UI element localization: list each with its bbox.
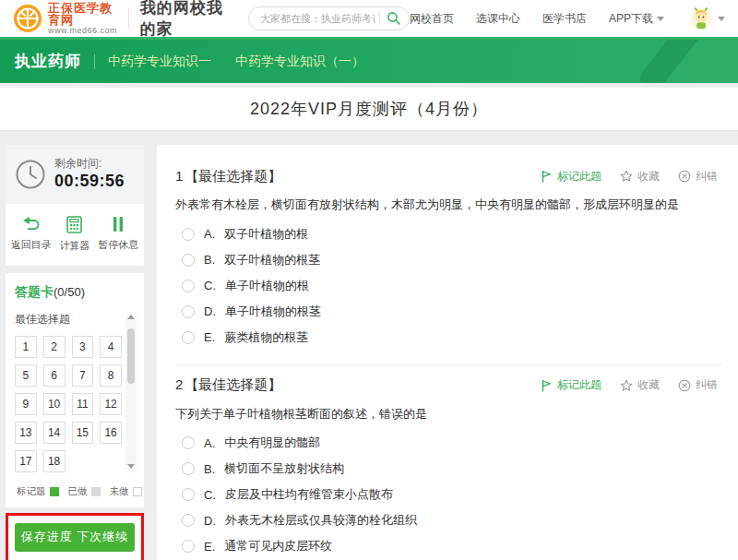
scrollbar-thumb[interactable] [127, 328, 135, 384]
annotation-highlight-box: 保存进度 下次继续 直接交卷 [6, 513, 144, 560]
question-number-grid: 123456789101112131415161718 [15, 336, 122, 472]
questions-panel: 1【最佳选择题】 标记此题 收藏 [157, 145, 738, 560]
question-number-button[interactable]: 9 [15, 393, 37, 415]
error-circle-icon [678, 170, 691, 183]
radio-button[interactable] [182, 436, 195, 449]
question-number-button[interactable]: 18 [43, 450, 65, 472]
answer-option[interactable]: D. 单子叶植物的根茎 [182, 304, 721, 320]
question-number-button[interactable]: 8 [100, 364, 122, 387]
site-logo[interactable]: 正保医学教育网 www.med66.com [13, 2, 117, 36]
question-number-button[interactable]: 17 [15, 450, 37, 472]
nav-link[interactable]: APP下载 [609, 11, 664, 27]
breadcrumb-paper[interactable]: 中药学专业知识（一） [235, 54, 364, 70]
calculator-icon [66, 216, 82, 233]
scroll-up-button[interactable] [125, 312, 137, 323]
save-progress-button[interactable]: 保存进度 下次继续 [15, 523, 135, 552]
question-number-button[interactable]: 13 [15, 422, 37, 444]
mark-question-button[interactable]: 标记此题 [541, 377, 601, 393]
radio-button[interactable] [182, 254, 195, 267]
status-legend: 标记题 已做 未做 [15, 485, 137, 498]
question-number-button[interactable]: 3 [72, 336, 94, 358]
answer-option[interactable]: B. 横切面不呈放射状结构 [182, 460, 721, 477]
favorite-button[interactable]: 收藏 [620, 169, 660, 185]
radio-button[interactable] [182, 462, 195, 475]
star-icon [620, 379, 633, 392]
report-error-button[interactable]: 纠错 [678, 377, 718, 393]
radio-button[interactable] [182, 280, 195, 292]
nav-link[interactable]: 医学书店 [542, 11, 587, 27]
question-title: 2【最佳选择题】 [175, 376, 281, 394]
mark-question-button[interactable]: 标记此题 [541, 169, 601, 185]
tool-button[interactable]: 暂停休息 [97, 216, 140, 253]
question-number-button[interactable]: 16 [100, 422, 122, 444]
tool-button[interactable]: 计算器 [53, 216, 96, 253]
user-avatar[interactable] [690, 7, 712, 30]
clock-icon [15, 159, 46, 190]
search-input[interactable] [260, 13, 375, 24]
page-title: 2022年VIP月度测评（4月份） [250, 98, 488, 120]
user-menu[interactable] [690, 7, 725, 30]
answer-option[interactable]: A. 双子叶植物的根 [182, 226, 721, 243]
radio-button[interactable] [182, 488, 195, 501]
question-number-button[interactable]: 7 [72, 364, 94, 387]
radio-button[interactable] [182, 514, 195, 527]
question-number-button[interactable]: 4 [100, 336, 122, 358]
favorite-button[interactable]: 收藏 [620, 377, 660, 393]
question-number-button[interactable]: 15 [72, 422, 94, 444]
radio-button[interactable] [182, 305, 195, 318]
question-stem: 下列关于单子叶植物根茎断面的叙述，错误的是 [175, 405, 721, 423]
exam-breadcrumb-bar: 执业药师 中药学专业知识一 中药学专业知识（一） [0, 37, 738, 83]
timer-label: 剩余时间: [54, 157, 125, 171]
answer-option[interactable]: E. 通常可见内皮层环纹 [182, 538, 721, 554]
legend-swatch [50, 487, 59, 496]
options-list: A. 双子叶植物的根 B. 双子叶植物的根茎 C. 单子叶植物的根 D. 单子叶… [175, 226, 721, 346]
question-number-button[interactable]: 2 [43, 336, 65, 358]
legend-item: 标记题 [17, 485, 59, 498]
nav-link[interactable]: 选课中心 [476, 11, 520, 27]
answer-card: 答题卡(0/50) 最佳选择题 123456789101112131415161… [6, 273, 144, 507]
timer-value: 00:59:56 [54, 171, 125, 192]
tools-row: 返回目录 计算器 暂停休息 [6, 204, 144, 266]
scroll-down-button[interactable] [125, 461, 137, 472]
search-icon[interactable] [387, 11, 401, 26]
top-header: 正保医学教育网 www.med66.com 我的网校我的家 网校首页选课中心医学… [0, 0, 738, 37]
breadcrumb-divider [94, 54, 95, 69]
title-band: 2022年VIP月度测评（4月份） [0, 88, 738, 131]
radio-button[interactable] [182, 331, 195, 344]
question-number-button[interactable]: 1 [15, 336, 37, 358]
logo-icon [13, 4, 42, 33]
answer-option[interactable]: B. 双子叶植物的根茎 [182, 252, 721, 268]
question-stem: 外表常有木栓层，横切面有放射状结构，木部尤为明显，中央有明显的髓部，形成层环明显… [175, 196, 721, 214]
header-divider [128, 8, 129, 29]
breadcrumb-exam-type[interactable]: 执业药师 [15, 51, 81, 72]
error-circle-icon [678, 379, 691, 392]
tool-button[interactable]: 返回目录 [9, 216, 53, 253]
answer-card-title: 答题卡 [15, 284, 54, 299]
question-block: 1【最佳选择题】 标记此题 收藏 [175, 156, 721, 365]
report-error-button[interactable]: 纠错 [678, 169, 718, 185]
nav-link[interactable]: 网校首页 [410, 11, 454, 27]
answer-option[interactable]: C. 单子叶植物的根 [182, 278, 721, 294]
answer-option[interactable]: D. 外表无木栓层或仅具较薄的栓化组织 [182, 512, 721, 529]
question-number-button[interactable]: 10 [43, 393, 65, 415]
search-box[interactable] [248, 6, 410, 30]
question-number-button[interactable]: 6 [43, 364, 65, 387]
answer-card-scrollbar[interactable] [125, 312, 137, 472]
breadcrumb-subject[interactable]: 中药学专业知识一 [108, 54, 211, 70]
flag-icon [541, 170, 553, 183]
question-number-button[interactable]: 12 [100, 393, 122, 415]
question-number-button[interactable]: 5 [15, 364, 37, 387]
question-number-button[interactable]: 11 [72, 393, 94, 415]
radio-button[interactable] [182, 228, 195, 241]
answer-option[interactable]: C. 皮层及中柱均有维管束小点散布 [182, 486, 721, 503]
exam-sidebar: 剩余时间: 00:59:56 返回目录 计算器 暂停休息 答题卡(0/50) 最… [6, 145, 144, 560]
answer-option[interactable]: E. 蕨类植物的根茎 [182, 329, 721, 346]
radio-button[interactable] [182, 540, 195, 553]
question-number-button[interactable]: 14 [43, 422, 65, 444]
pause-icon [112, 216, 125, 232]
header-nav: 网校首页选课中心医学书店APP下载 [410, 7, 725, 30]
answer-option[interactable]: A. 中央有明显的髓部 [182, 435, 721, 451]
options-list: A. 中央有明显的髓部 B. 横切面不呈放射状结构 C. 皮层及中柱均有维管束小… [175, 435, 721, 554]
legend-swatch [91, 487, 101, 496]
answer-card-progress: (0/50) [54, 285, 85, 299]
